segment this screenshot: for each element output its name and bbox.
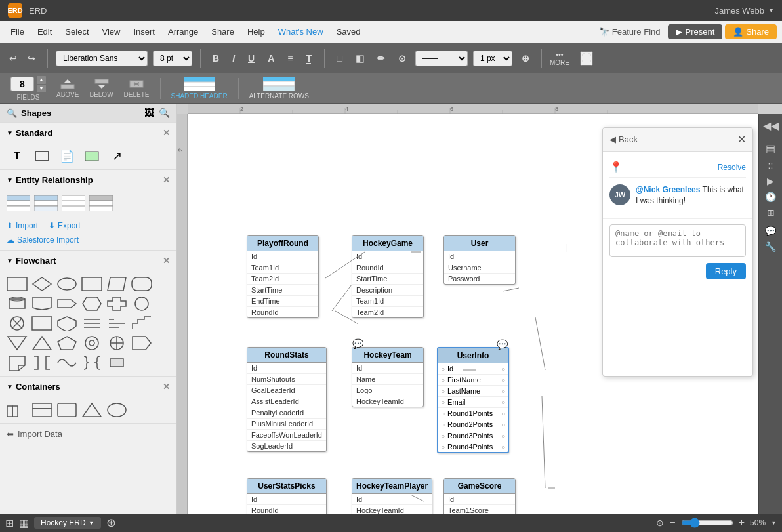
zoom-dropdown-icon[interactable]: ▼: [771, 520, 777, 526]
text-format-button[interactable]: T̲: [302, 51, 316, 66]
er-table4[interactable]: [89, 195, 113, 213]
user-stats-picks-table[interactable]: UserStatsPicks Id RoundId GoalLeaderId A…: [247, 478, 327, 514]
list-view-icon[interactable]: ▦: [19, 517, 29, 529]
back-button[interactable]: ◀ Back: [609, 134, 638, 144]
flowchart-section-header[interactable]: ▼ Flowchart ✕: [0, 251, 176, 271]
fc-diamond[interactable]: [31, 276, 52, 292]
fc-tag[interactable]: [131, 335, 152, 351]
er-section-header[interactable]: ▼ Entity Relationship ✕: [0, 170, 176, 190]
font-color-button[interactable]: A: [264, 51, 278, 66]
fc-circle[interactable]: [131, 296, 152, 312]
fc-rect3[interactable]: [31, 316, 52, 331]
presentation-icon[interactable]: ▶: [767, 176, 774, 186]
fc-hexagon[interactable]: [81, 296, 102, 312]
search-shapes-icon[interactable]: 🔍: [159, 108, 170, 118]
bold-button[interactable]: B: [209, 51, 223, 66]
fc-triangle-d[interactable]: [7, 335, 28, 351]
sticky-shape[interactable]: 📄: [56, 148, 77, 164]
rect-shape[interactable]: [31, 148, 52, 164]
plugin-icon[interactable]: 🔧: [765, 241, 776, 252]
fc-doc[interactable]: [31, 296, 52, 312]
menu-arrange[interactable]: Arrange: [163, 24, 203, 39]
close-fc-icon[interactable]: ✕: [163, 256, 170, 266]
menu-file[interactable]: File: [5, 24, 30, 39]
fc-squig[interactable]: [56, 355, 77, 371]
fc-shield[interactable]: [56, 316, 77, 331]
user-table[interactable]: User Id Username Password: [443, 235, 516, 285]
collapse-icon[interactable]: ◀◀: [763, 119, 779, 132]
shapes-section-header[interactable]: 🔍 Shapes 🖼 🔍: [0, 104, 176, 122]
cont4[interactable]: [81, 402, 102, 418]
more-button[interactable]: ••• MORE: [550, 51, 569, 66]
export-button[interactable]: ⬇ Export: [49, 221, 81, 230]
game-score-table[interactable]: GameScore Id Team1Score Team2Score: [443, 478, 516, 514]
close-er-icon[interactable]: ✕: [163, 175, 170, 185]
add-page-button[interactable]: ⊕: [106, 516, 116, 530]
fc-pentagon[interactable]: [56, 335, 77, 351]
fields-decrement[interactable]: ▼: [37, 85, 46, 92]
user-info-table[interactable]: 💬 UserInfo ○ Id ○ ○ FirstName ○ ○ LastNa…: [437, 347, 509, 453]
layers-icon[interactable]: ⊞: [767, 207, 775, 218]
text-shape[interactable]: T: [7, 148, 28, 164]
cont3[interactable]: [56, 402, 77, 418]
align-left-button[interactable]: ≡: [283, 51, 297, 66]
fc-cylinder[interactable]: [7, 296, 28, 312]
zoom-out-icon[interactable]: −: [669, 517, 675, 529]
menu-whats-new[interactable]: What's New: [273, 24, 329, 39]
zoom-plus-icon[interactable]: +: [739, 517, 745, 529]
fc-para[interactable]: [106, 276, 127, 292]
hockey-team-table[interactable]: 💬 HockeyTeam Id Name Logo HockeyTeamId: [352, 347, 424, 407]
fc-rounded[interactable]: [131, 276, 152, 292]
image-icon[interactable]: 🖼: [144, 108, 154, 118]
underline-button[interactable]: U: [244, 51, 258, 66]
hockey-team-player-table[interactable]: HockeyTeamPlayer Id HockeyTeamId FirstNa…: [352, 478, 432, 514]
import-button[interactable]: ⬆ Import: [7, 221, 38, 230]
arrow-shape[interactable]: ↗: [106, 148, 127, 164]
close-standard-icon[interactable]: ✕: [163, 128, 170, 138]
er-table3[interactable]: [62, 195, 85, 213]
fc-oval[interactable]: [56, 276, 77, 292]
playoff-round-table[interactable]: PlayoffRound Id Team1Id Team2Id StartTim…: [247, 235, 319, 318]
fields-increment[interactable]: ▲: [37, 76, 46, 84]
close-comment-panel-button[interactable]: ✕: [737, 133, 746, 146]
fc-list2[interactable]: [106, 316, 127, 331]
fc-plus[interactable]: [106, 335, 127, 351]
menu-select[interactable]: Select: [60, 24, 94, 39]
feature-find-btn[interactable]: 🔭 Feature Find: [599, 27, 661, 37]
menu-share[interactable]: Share: [206, 24, 239, 39]
format-panel-icon[interactable]: ▤: [766, 142, 775, 155]
font-size-select[interactable]: 8 pt: [153, 51, 192, 66]
user-info[interactable]: James Webb: [714, 6, 774, 16]
hockey-game-table[interactable]: HockeyGame Id RoundId StartTime Descript…: [352, 235, 424, 318]
delete-tool[interactable]: DELETE: [124, 78, 150, 98]
fill-color-button[interactable]: ◧: [352, 51, 368, 66]
color-rect-shape[interactable]: [81, 148, 102, 164]
import-data-row[interactable]: ⬅ Import Data: [0, 424, 176, 444]
reply-input[interactable]: [609, 224, 746, 257]
fc-circle2[interactable]: [81, 335, 102, 351]
fc-brace[interactable]: [81, 355, 102, 371]
fc-rect2[interactable]: [81, 276, 102, 292]
fc-cross[interactable]: [106, 296, 127, 312]
fc-tri-up[interactable]: [31, 335, 52, 351]
expand-button[interactable]: ⛶: [580, 51, 593, 66]
above-tool[interactable]: ABOVE: [56, 78, 79, 98]
fields-count-input[interactable]: [10, 77, 34, 91]
fc-arrow-r[interactable]: [56, 296, 77, 312]
present-button[interactable]: ▶ Present: [668, 24, 722, 39]
fc-list1[interactable]: [81, 316, 102, 331]
fc-circle-x[interactable]: [7, 316, 28, 331]
reply-button[interactable]: Reply: [706, 263, 746, 279]
fc-bracket1[interactable]: [31, 355, 52, 371]
undo-button[interactable]: ↩: [5, 51, 21, 66]
fc-step-up[interactable]: [131, 316, 152, 331]
shape-fill-button[interactable]: □: [333, 51, 346, 66]
canvas-content[interactable]: | O O PlayoffRound Id Team1Id Team2Id St…: [188, 114, 758, 514]
grid-view-icon[interactable]: ⊞: [5, 517, 14, 529]
fc-note[interactable]: [7, 355, 28, 371]
cont2[interactable]: [31, 402, 52, 418]
er-table1[interactable]: [7, 195, 30, 213]
menu-edit[interactable]: Edit: [32, 24, 57, 39]
fc-rect[interactable]: [7, 276, 28, 292]
close-cont-icon[interactable]: ✕: [163, 382, 170, 392]
